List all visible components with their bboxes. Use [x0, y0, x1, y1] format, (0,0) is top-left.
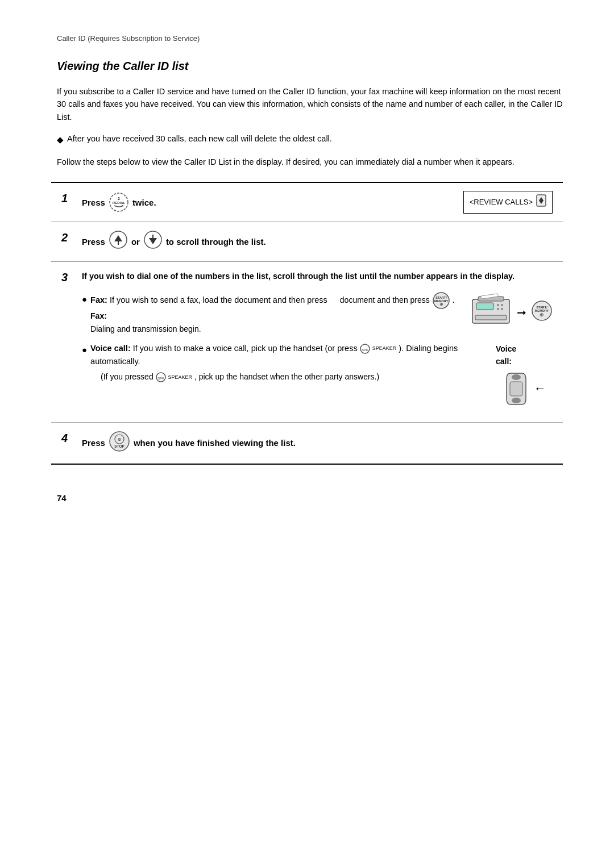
up-arrow-button-icon [109, 230, 128, 253]
svg-point-35 [512, 398, 521, 403]
step-2-row: 2 Press or [51, 222, 563, 261]
step-3-number: 3 [61, 271, 75, 284]
svg-text:SPK: SPK [157, 377, 164, 380]
svg-marker-11 [149, 238, 157, 244]
review-calls-arrow [536, 194, 546, 210]
steps-container: 1 Press 2 REDIAL [51, 182, 563, 464]
step-4-row: 4 Press ⊙ STOP when you have finished vi… [51, 423, 563, 464]
diamond-note: ◆ After you have received 30 calls, each… [57, 132, 563, 146]
redial-button-icon: 2 REDIAL [109, 192, 129, 212]
svg-text:⊕: ⊕ [439, 302, 443, 307]
svg-text:REDIAL: REDIAL [113, 201, 126, 205]
phone-arrow-left: ← [534, 379, 546, 398]
review-calls-display: <REVIEW CALLS> [463, 191, 553, 214]
svg-rect-36 [510, 382, 522, 396]
step-2-scroll-label: to scroll through the list. [166, 235, 266, 248]
breadcrumb: Caller ID (Requires Subscription to Serv… [57, 34, 563, 43]
svg-point-21 [497, 304, 499, 306]
step-1-content: Press 2 REDIAL [82, 191, 553, 214]
review-calls-label: <REVIEW CALLS> [470, 197, 533, 208]
intro-paragraph: If you subscribe to a Caller ID service … [57, 85, 563, 123]
phone-illustration: ← [502, 370, 546, 407]
step-3-content: If you wish to dial one of the numbers i… [82, 270, 553, 414]
svg-text:⊙: ⊙ [118, 437, 121, 441]
down-arrow-button-icon [143, 230, 163, 253]
speaker-label-text2: SPEAKER [168, 374, 192, 380]
step-4-end-label: when you have finished viewing the list. [134, 436, 296, 449]
svg-point-34 [512, 374, 521, 380]
fax-doc-text: document and then press [340, 295, 432, 304]
voice-sub3-text: , pick up the handset when the other par… [194, 372, 379, 381]
fax-label-inline: Fax: [90, 311, 107, 320]
follow-text: Follow the steps below to view the Calle… [57, 156, 563, 168]
speaker-button-icon-inline: SPK [360, 344, 372, 353]
fax-bold-label: Fax: [90, 295, 107, 304]
svg-rect-25 [475, 315, 507, 320]
svg-point-24 [501, 308, 503, 310]
start-memory-button-icon: START/ MEMORY ⊕ [432, 295, 453, 304]
step-3-title: If you wish to dial one of the numbers i… [82, 270, 553, 282]
fax-bullet-text: Fax: If you wish to send a fax, load the… [90, 291, 553, 335]
page-number: 74 [57, 493, 563, 503]
svg-text:⊕: ⊕ [540, 312, 544, 318]
section-title: Viewing the Caller ID list [57, 60, 563, 73]
stop-button-icon: ⊙ STOP [109, 431, 130, 456]
step-1-number: 1 [61, 192, 75, 205]
voice-bold-label: Voice call: [90, 344, 131, 353]
step-2-content: Press or [82, 230, 553, 253]
step-1-press-label: Press [82, 196, 105, 209]
svg-marker-8 [114, 235, 122, 241]
fax-bullet: ● Fax: If you wish to send a fax, load t… [82, 291, 553, 335]
step-4-content: Press ⊙ STOP when you have finished view… [82, 431, 553, 456]
fax-bullet-dot: ● [82, 293, 87, 306]
voice-call-label: Voicecall: [496, 343, 516, 368]
svg-point-23 [497, 308, 499, 310]
step-2-or-label: or [131, 235, 140, 248]
fax-intro-text: If you wish to send a fax, load the docu… [107, 295, 327, 304]
svg-rect-20 [476, 303, 493, 310]
svg-text:2: 2 [118, 197, 120, 201]
voice-bullet-dot: ● [82, 343, 87, 356]
voice-bullet: ● Voice call: If you wish to make a voic… [82, 342, 553, 407]
voice-bullet-text: Voice call: If you wish to make a voice … [90, 342, 553, 407]
step-4-press-label: Press [82, 436, 105, 449]
speaker-label-text: SPEAKER [372, 345, 397, 351]
fax-machine-illustration [470, 294, 512, 331]
svg-point-22 [501, 304, 503, 306]
diamond-icon: ◆ [57, 133, 64, 146]
fax-dialing-text: Dialing and transmission begin. [90, 324, 201, 333]
fax-period: . [453, 295, 455, 304]
svg-text:STOP: STOP [114, 444, 125, 448]
svg-text:SPK: SPK [362, 348, 368, 352]
step-2-number: 2 [61, 231, 75, 244]
step-1-row: 1 Press 2 REDIAL [51, 183, 563, 222]
start-memory-button-large-icon: START/ MEMORY ⊕ [531, 300, 553, 325]
speaker-button-icon-inline2: SPK [156, 372, 168, 381]
fax-arrow-right: ➞ [517, 304, 526, 322]
step-3-row: 3 If you wish to dial one of the numbers… [51, 262, 563, 423]
voice-sub2-text: (If you pressed [101, 372, 154, 381]
voice-intro-text: If you wish to make a voice call, pick u… [131, 344, 358, 353]
step-4-number: 4 [61, 432, 75, 445]
voice-sub-indent: (If you pressed SPK SPEAKER , pick up th… [101, 371, 484, 383]
step-1-twice-label: twice. [132, 196, 156, 209]
step-2-press-label: Press [82, 235, 105, 248]
